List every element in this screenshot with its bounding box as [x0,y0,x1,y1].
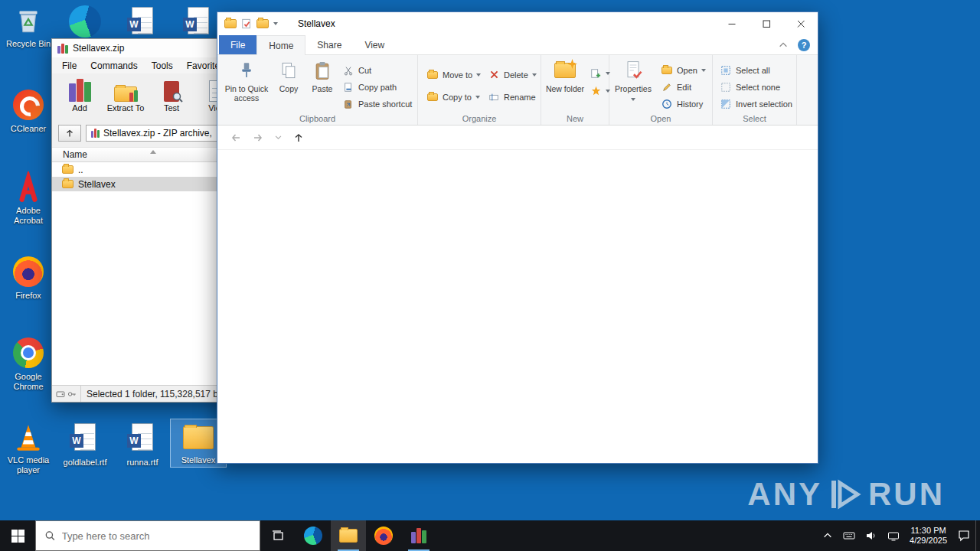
minimize-button[interactable] [714,12,749,35]
help-icon[interactable]: ? [798,39,810,51]
dropdown-arrow-icon [476,73,481,77]
adobe-acrobat-icon [12,171,44,204]
icon-label: Firefox [1,291,56,301]
delete-button[interactable]: Delete [485,67,539,83]
touch-keyboard-icon[interactable] [843,530,855,542]
icon-label: goldlabel.rtf [57,458,113,468]
desktop-icon-firefox[interactable]: Firefox [1,254,56,302]
collapse-ribbon-chevron-icon[interactable] [778,40,789,51]
dropdown-arrow-icon [532,73,537,77]
up-icon[interactable] [292,132,305,144]
open-icon [661,64,673,77]
pin-to-quick-access-button[interactable]: Pin to Quick access [224,59,270,103]
open-button[interactable]: Open [658,62,708,78]
show-desktop-button[interactable] [975,520,980,551]
tab-share[interactable]: Share [305,35,353,54]
properties-button[interactable]: Properties [612,59,654,103]
explorer-content-area[interactable] [217,150,818,463]
task-view-button[interactable] [260,520,296,551]
desktop-icon-google-chrome[interactable]: Google Chrome [1,335,56,393]
close-button[interactable] [783,12,818,35]
properties-check-icon[interactable] [241,18,252,29]
action-center-button[interactable] [957,529,971,543]
desktop-icon-runna-rtf[interactable]: W runna.rtf [115,419,170,469]
ribbon-group-select: Select all Select none Invert selection … [713,55,797,125]
history-button[interactable]: History [658,96,705,112]
winrar-test-button[interactable]: Test [150,75,193,121]
taskbar-firefox-button[interactable] [366,520,401,551]
network-icon[interactable] [887,530,900,542]
taskbar-clock[interactable]: 11:30 PM 4/29/2025 [910,526,947,546]
folder-icon [62,180,74,188]
winrar-extract-to-button[interactable]: Extract To [104,75,147,121]
menu-file[interactable]: File [55,60,83,71]
clock-date: 4/29/2025 [910,536,947,546]
arrow-up-icon [64,128,75,139]
cut-button[interactable]: Cut [340,62,374,78]
ribbon-group-new: New folder New [541,55,609,125]
qat-chevron-down-icon[interactable] [273,22,278,25]
taskbar-winrar-button[interactable] [401,520,436,551]
folder-icon[interactable] [224,19,237,28]
icon-label: CCleaner [1,124,56,134]
volume-icon[interactable] [865,530,877,542]
forward-icon[interactable] [252,132,264,144]
folder-icon [62,165,74,174]
desktop-icon-vlc[interactable]: VLC media player [1,419,56,477]
tab-file[interactable]: File [219,35,256,54]
maximize-button[interactable] [749,12,783,35]
menu-tools[interactable]: Tools [145,60,180,71]
firefox-icon [374,527,393,545]
winrar-up-button[interactable] [58,125,81,142]
search-input[interactable] [62,530,251,542]
winrar-address-text: Stellavex.zip - ZIP archive, [103,128,212,139]
ribbon-group-organize: Move to Copy to Delete Rename Organize [418,55,541,125]
back-icon[interactable] [230,132,242,144]
system-tray: 11:30 PM 4/29/2025 [822,520,975,551]
copy-to-button[interactable]: Copy to [424,89,482,105]
edit-button[interactable]: Edit [658,79,694,95]
taskbar-file-explorer-button[interactable] [331,520,366,551]
desktop-icon-ccleaner[interactable]: CCleaner [1,87,56,135]
vlc-icon [12,421,44,453]
recent-locations-chevron-icon[interactable] [274,133,283,142]
new-folder-button[interactable]: New folder [544,59,586,93]
desktop-icon-recycle-bin[interactable]: Recycle Bin [1,3,56,51]
explorer-titlebar[interactable]: Stellavex [217,12,818,35]
properties-icon [621,59,645,82]
select-all-button[interactable]: Select all [717,62,773,78]
explorer-navigation-bar [217,126,818,150]
taskbar-edge-button[interactable] [296,520,331,551]
rename-button[interactable]: Rename [485,89,538,105]
copy-path-button[interactable]: Copy path [340,79,399,95]
copy-to-icon [426,91,439,103]
show-hidden-icons-button[interactable] [822,530,833,541]
close-icon [795,18,807,30]
anyrun-watermark: ANY RUN [747,476,945,513]
move-to-button[interactable]: Move to [424,67,483,83]
winrar-add-button[interactable]: Add [58,75,101,121]
cut-icon [342,64,354,77]
copy-button[interactable]: Copy [273,59,305,93]
menu-commands[interactable]: Commands [83,60,144,71]
desktop-icon-edge[interactable] [57,3,113,41]
taskbar-search[interactable] [35,520,260,551]
start-button[interactable] [0,520,35,551]
new-folder-qat-icon[interactable] [256,19,269,28]
drive-icon [56,390,65,399]
invert-selection-button[interactable]: Invert selection [717,96,795,112]
desktop: Recycle Bin CCleaner Adobe Acrobat Firef… [0,0,980,520]
tab-home[interactable]: Home [256,35,305,55]
desktop-icon-goldlabel-rtf[interactable]: W goldlabel.rtf [57,419,113,469]
select-none-button[interactable]: Select none [717,79,782,95]
group-label-new: New [541,114,609,123]
paste-button[interactable]: Paste [306,59,338,93]
desktop-icon-adobe-acrobat[interactable]: Adobe Acrobat [1,170,56,227]
screen: Recycle Bin CCleaner Adobe Acrobat Firef… [0,0,980,551]
paste-shortcut-button[interactable]: Paste shortcut [340,96,414,112]
desktop-icon-document-1[interactable]: W [115,3,170,43]
move-to-icon [426,69,439,81]
tab-view[interactable]: View [353,35,396,54]
new-folder-icon [553,59,577,82]
paste-shortcut-icon [342,98,354,110]
